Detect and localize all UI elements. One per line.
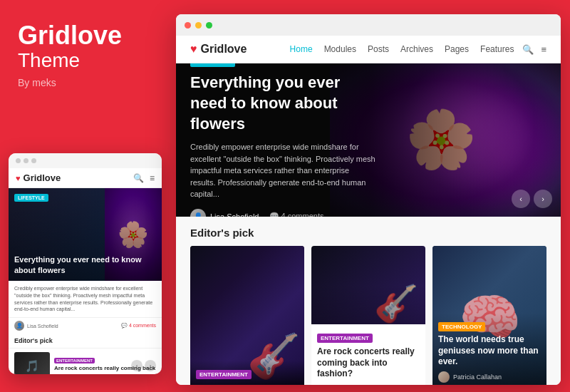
hero-excerpt: Credibly empower enterprise wide mindsha… <box>190 141 375 200</box>
right-card-content: TECHNOLOGY The world needs true geniuses… <box>432 313 546 385</box>
mobile-hero-content: Everything you ever need to know about f… <box>14 254 156 275</box>
mobile-excerpt: Credibly empower enterprise wide mindsha… <box>9 281 162 318</box>
mobile-editors-pick: Editor's pick <box>9 334 162 349</box>
browser-dot-green[interactable] <box>206 22 212 29</box>
mobile-author-row: 👤 Lisa Schofield 💬 4 comments <box>9 318 162 334</box>
nav-modules[interactable]: Modules <box>324 44 356 54</box>
mobile-prev-arrow[interactable]: ‹ <box>131 360 142 371</box>
mid-card-body: ENTERTAINMENT Are rock concerts really c… <box>311 324 425 385</box>
mobile-author: 👤 Lisa Schofield <box>14 321 58 331</box>
mobile-search-icon[interactable]: 🔍 <box>133 173 144 183</box>
mobile-mockup: ♥ Gridlove 🔍 ≡ LIFESTYLE Everything you … <box>9 153 162 374</box>
hero-nav-arrows[interactable]: ‹ › <box>512 190 552 208</box>
nav-menu-icon[interactable]: ≡ <box>541 44 546 55</box>
hero-next-arrow[interactable]: › <box>534 190 552 208</box>
site-logo: ♥ Gridlove <box>190 43 247 56</box>
large-card-badge: ENTERTAINMENT <box>196 370 252 379</box>
nav-features[interactable]: Features <box>480 44 514 54</box>
site-heart-icon: ♥ <box>190 43 197 56</box>
mobile-hero-title: Everything you ever need to know about f… <box>14 254 156 275</box>
site-nav: ♥ Gridlove Home Modules Posts Archives P… <box>176 36 561 63</box>
mobile-entertainment-badge: ENTERTAINMENT <box>54 358 95 363</box>
large-card[interactable]: ENTERTAINMENT <box>190 246 304 385</box>
mid-card[interactable]: ENTERTAINMENT Are rock concerts really c… <box>311 246 425 385</box>
editors-section: Editor's pick ENTERTAINMENT ENTERTAINMEN… <box>176 217 561 385</box>
mid-card-excerpt: Monotonectally pursue backward-compatibl… <box>317 383 420 385</box>
brand-author: By meks <box>18 77 146 88</box>
mobile-next-arrow[interactable]: › <box>145 360 156 371</box>
nav-posts[interactable]: Posts <box>368 44 389 54</box>
nav-archives[interactable]: Archives <box>400 44 433 54</box>
mobile-header: ♥ Gridlove 🔍 ≡ <box>9 168 162 188</box>
nav-links: Home Modules Posts Archives Pages Featur… <box>290 44 514 54</box>
hero-prev-arrow[interactable]: ‹ <box>512 190 530 208</box>
nav-home[interactable]: Home <box>290 44 313 54</box>
nav-pages[interactable]: Pages <box>445 44 469 54</box>
hero-author-row: 👤 Lisa Schofield 💬 4 comments <box>190 209 375 217</box>
browser-mockup: ♥ Gridlove Home Modules Posts Archives P… <box>176 14 561 385</box>
browser-dot-red[interactable] <box>185 22 191 29</box>
browser-content: ♥ Gridlove Home Modules Posts Archives P… <box>176 36 561 385</box>
large-card-content: ENTERTAINMENT <box>190 361 304 385</box>
mobile-dot-1 <box>16 158 21 163</box>
right-card-badge: TECHNOLOGY <box>438 322 485 331</box>
mobile-card-thumb <box>14 352 50 374</box>
mobile-dot-3 <box>31 158 36 163</box>
mobile-avatar: 👤 <box>14 321 24 331</box>
mobile-comment-icon: 💬 <box>121 323 129 328</box>
browser-dot-yellow[interactable] <box>195 22 202 29</box>
left-panel: Gridlove Theme By meks ♥ Gridlove 🔍 ≡ LI… <box>0 0 164 392</box>
hero-content: LIFESTYLE Everything you ever need to kn… <box>190 63 375 217</box>
mobile-header-icons: 🔍 ≡ <box>133 173 155 183</box>
hero-section: 🌸 LIFESTYLE Everything you ever need to … <box>176 63 561 217</box>
mid-card-title: Are rock concerts really coming back int… <box>317 346 420 380</box>
right-card-author-row: Patricia Callahan <box>438 371 541 383</box>
browser-chrome <box>176 14 561 36</box>
hero-avatar: 👤 <box>190 209 206 217</box>
mobile-comments: 💬 4 comments <box>121 323 156 329</box>
right-card-title: The world needs true geniuses now more t… <box>438 334 541 368</box>
editors-title: Editor's pick <box>190 227 546 239</box>
hero-author-name: Lisa Schofield <box>210 212 259 217</box>
right-card[interactable]: TECHNOLOGY The world needs true geniuses… <box>432 246 546 385</box>
mobile-hero: LIFESTYLE Everything you ever need to kn… <box>9 188 162 281</box>
brand-name: Gridlove Theme <box>18 21 146 71</box>
mobile-dot-2 <box>24 158 28 163</box>
mobile-logo: ♥ Gridlove <box>16 172 61 183</box>
nav-search-icon[interactable]: 🔍 <box>522 44 534 55</box>
mobile-author-name: Lisa Schofield <box>27 324 58 329</box>
mobile-lifestyle-badge: LIFESTYLE <box>14 194 48 202</box>
mid-card-badge: ENTERTAINMENT <box>317 334 373 343</box>
mobile-chrome <box>9 153 162 168</box>
hero-title: Everything you ever need to know about f… <box>190 73 375 134</box>
mobile-menu-icon[interactable]: ≡ <box>150 173 155 183</box>
nav-icons: 🔍 ≡ <box>522 44 546 55</box>
editors-grid: ENTERTAINMENT ENTERTAINMENT Are rock con… <box>190 246 546 385</box>
mobile-nav-arrows[interactable]: ‹ › <box>131 360 156 371</box>
hero-comments: 💬 4 comments <box>269 212 324 217</box>
mobile-heart-icon: ♥ <box>16 174 21 182</box>
right-card-author-name: Patricia Callahan <box>453 373 502 381</box>
lifestyle-badge: LIFESTYLE <box>190 63 235 67</box>
mid-card-thumb <box>311 246 425 324</box>
right-card-avatar <box>438 371 450 383</box>
